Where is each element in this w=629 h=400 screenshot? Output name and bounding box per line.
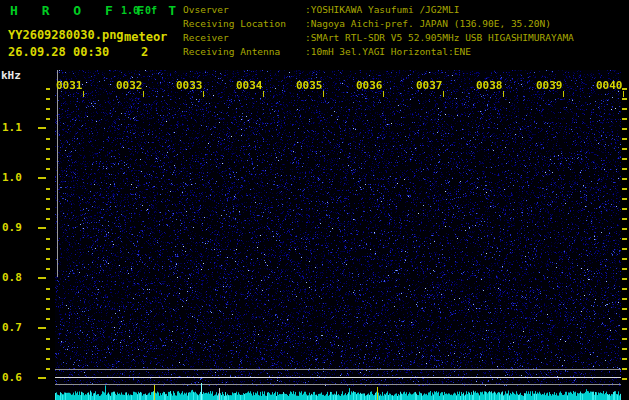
freq-minor-tick-left [46, 158, 50, 160]
datetime-label: 26.09.28 00:30 [8, 45, 109, 59]
freq-minor-tick-right [622, 248, 627, 250]
mode-label: meteor [124, 30, 167, 44]
time-tick [623, 91, 624, 97]
freq-minor-tick-right [622, 198, 627, 200]
freq-minor-tick-left [46, 288, 50, 290]
station-info-row: Receiving Antenna:10mH 3el.YAGI Horizont… [183, 45, 574, 59]
freq-minor-tick-right [622, 338, 627, 340]
freq-minor-tick-left [46, 218, 50, 220]
freq-minor-tick-right [622, 188, 627, 190]
station-info-row: Receiving Location:Nagoya Aichi-pref. JA… [183, 17, 574, 31]
freq-minor-tick-right [622, 138, 627, 140]
freq-minor-tick-right [622, 298, 627, 300]
freq-minor-tick-right [622, 148, 627, 150]
freq-minor-tick-right [622, 308, 627, 310]
time-label: 0035 [296, 79, 323, 92]
time-label: 0039 [536, 79, 563, 92]
freq-minor-tick-left [46, 108, 50, 110]
freq-minor-tick-left [46, 238, 50, 240]
freq-label: 0.8 [2, 271, 22, 284]
freq-major-tick [38, 127, 46, 129]
time-tick [503, 91, 504, 97]
app-version: 1.0.0f [121, 5, 157, 16]
freq-minor-tick-right [622, 328, 627, 330]
freq-minor-tick-right [622, 158, 627, 160]
time-label: 0036 [356, 79, 383, 92]
freq-minor-tick-right [622, 128, 627, 130]
time-label: 0033 [176, 79, 203, 92]
freq-minor-tick-left [46, 138, 50, 140]
freq-minor-tick-right [622, 358, 627, 360]
freq-minor-tick-right [622, 278, 627, 280]
freq-minor-tick-left [46, 338, 50, 340]
freq-major-tick [38, 327, 46, 329]
freq-minor-tick-right [622, 208, 627, 210]
freq-minor-tick-left [46, 358, 50, 360]
freq-minor-tick-left [46, 148, 50, 150]
freq-minor-tick-left [46, 258, 50, 260]
freq-major-tick [38, 377, 46, 379]
station-info-row: Ovserver:YOSHIKAWA Yasufumi /JG2MLI [183, 3, 574, 17]
freq-minor-tick-right [622, 168, 627, 170]
station-info-label: Receiving Antenna [183, 45, 305, 59]
time-tick [563, 91, 564, 97]
freq-minor-tick-right [622, 288, 627, 290]
freq-minor-tick-right [622, 348, 627, 350]
freq-minor-tick-left [46, 98, 50, 100]
freq-label: 0.9 [2, 221, 22, 234]
station-info-label: Ovserver [183, 3, 305, 17]
freq-minor-tick-left [46, 198, 50, 200]
freq-minor-tick-left [46, 368, 50, 370]
spectrogram-canvas [55, 70, 621, 400]
time-tick [203, 91, 204, 97]
output-filename: YY2609280030.png [8, 28, 124, 42]
hrofft-window: H R O F F T 1.0.0f YY2609280030.png mete… [0, 0, 629, 400]
freq-label: 1.1 [2, 121, 22, 134]
freq-minor-tick-left [46, 268, 50, 270]
station-info-value: :YOSHIKAWA Yasufumi /JG2MLI [305, 3, 459, 17]
freq-minor-tick-left [46, 208, 50, 210]
time-label: 0038 [476, 79, 503, 92]
time-label: 0032 [116, 79, 143, 92]
freq-minor-tick-left [46, 298, 50, 300]
freq-major-tick [38, 227, 46, 229]
freq-minor-tick-right [622, 268, 627, 270]
freq-minor-tick-right [622, 238, 627, 240]
station-info-label: Receiver [183, 31, 305, 45]
time-tick [323, 91, 324, 97]
time-tick [143, 91, 144, 97]
freq-label: 0.7 [2, 321, 22, 334]
app-title: H R O F F T [10, 3, 184, 18]
time-tick [443, 91, 444, 97]
time-tick [83, 91, 84, 97]
time-label: 0037 [416, 79, 443, 92]
freq-minor-tick-right [622, 98, 627, 100]
echo-count: 2 [141, 45, 148, 59]
freq-minor-tick-right [622, 378, 627, 380]
time-label: 0040 [596, 79, 623, 92]
station-info-value: :10mH 3el.YAGI Horizontal:ENE [305, 45, 471, 59]
station-info-value: :SMArt RTL-SDR V5 52.905MHz USB HIGASHIM… [305, 31, 574, 45]
freq-minor-tick-right [622, 218, 627, 220]
freq-minor-tick-right [622, 228, 627, 230]
freq-minor-tick-left [46, 118, 50, 120]
station-info-value: :Nagoya Aichi-pref. JAPAN (136.90E, 35.2… [305, 17, 551, 31]
freq-minor-tick-right [622, 108, 627, 110]
freq-minor-tick-left [46, 318, 50, 320]
freq-label: 0.6 [2, 371, 22, 384]
freq-minor-tick-right [622, 178, 627, 180]
freq-minor-tick-left [46, 348, 50, 350]
freq-minor-tick-left [46, 308, 50, 310]
freq-minor-tick-right [622, 118, 627, 120]
time-label: 0034 [236, 79, 263, 92]
station-info-label: Receiving Location [183, 17, 305, 31]
time-tick [263, 91, 264, 97]
freq-minor-tick-left [46, 188, 50, 190]
station-info-row: Receiver:SMArt RTL-SDR V5 52.905MHz USB … [183, 31, 574, 45]
freq-minor-tick-left [46, 248, 50, 250]
time-tick [383, 91, 384, 97]
freq-unit-label: kHz [1, 69, 21, 82]
freq-major-tick [38, 177, 46, 179]
freq-minor-tick-right [622, 368, 627, 370]
freq-minor-tick-left [46, 88, 50, 90]
